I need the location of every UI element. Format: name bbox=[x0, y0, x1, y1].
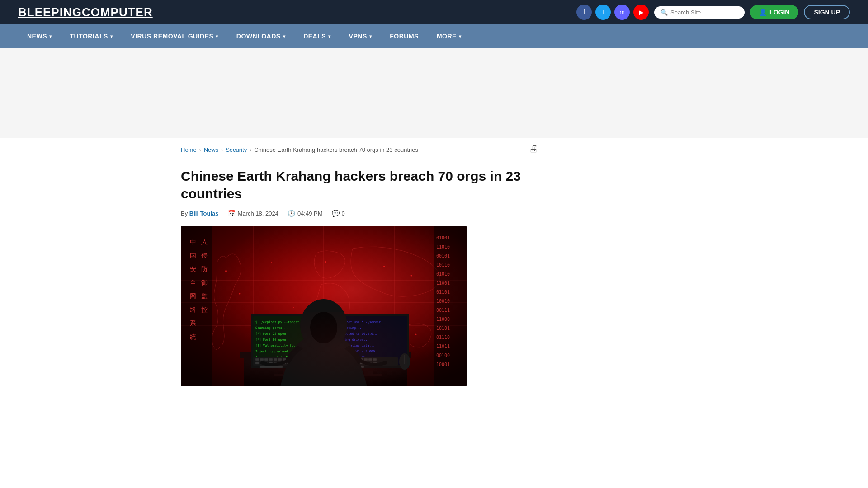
svg-text:系: 系 bbox=[190, 320, 196, 327]
search-input[interactable] bbox=[670, 9, 738, 16]
main-nav: NEWS ▾ TUTORIALS ▾ VIRUS REMOVAL GUIDES … bbox=[0, 24, 868, 48]
article-meta: By Bill Toulas 📅 March 18, 2024 🕓 04:49 … bbox=[181, 210, 538, 217]
twitter-icon[interactable]: t bbox=[595, 5, 611, 20]
main-content: Home › News › Security › Chinese Earth K… bbox=[181, 138, 538, 395]
breadcrumb-home[interactable]: Home bbox=[181, 146, 197, 153]
calendar-icon: 📅 bbox=[228, 210, 236, 217]
advertisement-banner bbox=[0, 48, 868, 138]
svg-point-12 bbox=[383, 266, 385, 267]
article-date: March 18, 2024 bbox=[238, 210, 278, 217]
nav-item-more[interactable]: MORE ▾ bbox=[428, 24, 471, 48]
article-title: Chinese Earth Krahang hackers breach 70 … bbox=[181, 167, 538, 202]
article-image: 中 国 安 全 网 络 系 统 入 侵 防 御 监 控 bbox=[181, 226, 467, 386]
svg-text:01010: 01010 bbox=[436, 272, 450, 277]
mastodon-icon[interactable]: m bbox=[614, 5, 630, 20]
svg-point-14 bbox=[415, 334, 417, 335]
svg-text:10001: 10001 bbox=[436, 362, 450, 367]
svg-point-13 bbox=[411, 275, 412, 277]
svg-text:10010: 10010 bbox=[436, 299, 450, 304]
nav-item-tutorials[interactable]: TUTORIALS ▾ bbox=[61, 24, 122, 48]
breadcrumb: Home › News › Security › Chinese Earth K… bbox=[181, 138, 538, 159]
nav-label-tutorials: TUTORIALS bbox=[70, 33, 108, 40]
breadcrumb-sep-3: › bbox=[250, 147, 251, 153]
breadcrumb-sep-2: › bbox=[221, 147, 223, 153]
nav-label-news: NEWS bbox=[27, 33, 47, 40]
login-user-icon: 👤 bbox=[759, 9, 767, 16]
svg-text:10110: 10110 bbox=[436, 263, 450, 267]
downloads-dropdown-icon: ▾ bbox=[283, 34, 286, 39]
svg-rect-122 bbox=[244, 312, 407, 386]
facebook-icon[interactable]: f bbox=[576, 5, 592, 20]
svg-text:11001: 11001 bbox=[436, 281, 450, 286]
hacker-illustration: 中 国 安 全 网 络 系 统 入 侵 防 御 监 控 bbox=[181, 226, 467, 386]
author-label: By bbox=[181, 210, 188, 217]
nav-item-deals[interactable]: DEALS ▾ bbox=[294, 24, 340, 48]
comments-meta[interactable]: 💬 0 bbox=[332, 210, 345, 217]
print-button[interactable]: 🖨 bbox=[529, 143, 538, 154]
svg-text:统: 统 bbox=[190, 333, 196, 340]
nav-item-vpns[interactable]: VPNS ▾ bbox=[340, 24, 381, 48]
svg-text:御: 御 bbox=[201, 279, 208, 286]
author-link[interactable]: Bill Toulas bbox=[189, 210, 219, 217]
youtube-icon[interactable]: ▶ bbox=[633, 5, 649, 20]
svg-text:01110: 01110 bbox=[436, 335, 450, 340]
svg-text:00101: 00101 bbox=[436, 253, 450, 258]
svg-text:控: 控 bbox=[201, 306, 208, 313]
svg-text:00100: 00100 bbox=[436, 353, 450, 358]
svg-text:防: 防 bbox=[201, 266, 208, 272]
article-time: 04:49 PM bbox=[297, 210, 323, 217]
svg-text:10101: 10101 bbox=[436, 326, 450, 331]
svg-point-8 bbox=[225, 270, 227, 272]
svg-text:侵: 侵 bbox=[201, 252, 208, 259]
svg-text:01001: 01001 bbox=[436, 235, 450, 240]
vpns-dropdown-icon: ▾ bbox=[369, 34, 372, 39]
svg-text:11010: 11010 bbox=[436, 244, 450, 249]
logo-text-bold: COMPUTER bbox=[82, 5, 153, 19]
svg-text:监: 监 bbox=[201, 293, 208, 300]
svg-text:网: 网 bbox=[190, 293, 196, 300]
svg-point-16 bbox=[293, 307, 294, 308]
breadcrumb-security[interactable]: Security bbox=[226, 146, 247, 153]
svg-point-15 bbox=[271, 262, 272, 263]
svg-text:国: 国 bbox=[190, 252, 196, 259]
nav-item-virus[interactable]: VIRUS REMOVAL GUIDES ▾ bbox=[122, 24, 227, 48]
site-logo[interactable]: BLEEPINGCOMPUTER bbox=[18, 5, 153, 19]
clock-icon: 🕓 bbox=[288, 210, 295, 217]
nav-label-deals: DEALS bbox=[303, 33, 326, 40]
tutorials-dropdown-icon: ▾ bbox=[110, 34, 113, 39]
sidebar bbox=[552, 138, 687, 395]
nav-item-news[interactable]: NEWS ▾ bbox=[18, 24, 61, 48]
svg-text:全: 全 bbox=[190, 279, 196, 286]
social-icons: f t m ▶ bbox=[576, 5, 649, 20]
page-layout: Home › News › Security › Chinese Earth K… bbox=[163, 138, 705, 395]
header-right: f t m ▶ 🔍 👤 LOGIN SIGN UP bbox=[576, 5, 850, 20]
logo-text-light: BLEEPING bbox=[18, 5, 82, 19]
nav-item-forums[interactable]: FORUMS bbox=[381, 24, 428, 48]
login-button[interactable]: 👤 LOGIN bbox=[750, 5, 798, 19]
svg-text:01101: 01101 bbox=[436, 290, 450, 295]
nav-label-forums: FORUMS bbox=[390, 33, 419, 40]
nav-label-vpns: VPNS bbox=[349, 33, 367, 40]
svg-rect-18 bbox=[181, 226, 212, 386]
search-bar[interactable]: 🔍 bbox=[654, 6, 745, 19]
signup-button[interactable]: SIGN UP bbox=[804, 5, 850, 19]
breadcrumb-news[interactable]: News bbox=[204, 146, 219, 153]
svg-text:11011: 11011 bbox=[436, 344, 450, 349]
comment-count: 0 bbox=[342, 210, 345, 217]
deals-dropdown-icon: ▾ bbox=[328, 34, 331, 39]
nav-label-more: MORE bbox=[437, 33, 457, 40]
svg-text:入: 入 bbox=[201, 239, 208, 245]
svg-point-10 bbox=[325, 261, 326, 263]
login-label: LOGIN bbox=[769, 9, 789, 16]
comment-icon: 💬 bbox=[332, 210, 340, 217]
author-info: By Bill Toulas bbox=[181, 210, 219, 217]
nav-item-downloads[interactable]: DOWNLOADS ▾ bbox=[227, 24, 294, 48]
site-header: BLEEPINGCOMPUTER f t m ▶ 🔍 👤 LOGIN SIGN … bbox=[0, 0, 868, 24]
more-dropdown-icon: ▾ bbox=[459, 34, 462, 39]
svg-text:11000: 11000 bbox=[436, 317, 450, 322]
svg-text:安: 安 bbox=[190, 266, 196, 272]
svg-text:00111: 00111 bbox=[436, 308, 450, 313]
svg-text:中: 中 bbox=[190, 239, 196, 245]
time-meta: 🕓 04:49 PM bbox=[288, 210, 323, 217]
print-icon: 🖨 bbox=[529, 143, 538, 153]
